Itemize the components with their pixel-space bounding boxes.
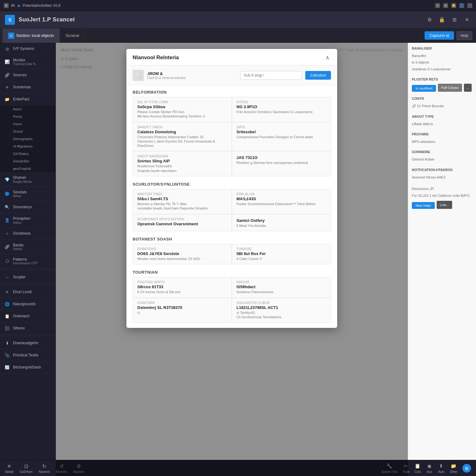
auto-icon: ⬆ <box>438 463 445 469</box>
sfsam-value: Sf&o.l Sam¢l.TS <box>137 196 227 201</box>
history-bottom-button[interactable]: ↻ Nooront <box>39 463 50 474</box>
new-intpr-button[interactable]: New Inttpr <box>412 202 435 209</box>
sidebar-item-snounterys[interactable]: 🔍 Snounterys <box>0 201 55 213</box>
tab-section-local[interactable]: ≡ Section: local objects <box>2 29 60 43</box>
lock-icon[interactable]: 🔒 <box>438 15 446 24</box>
sidebar-item-monitor[interactable]: 📊 Monitor Tracking Data % <box>0 55 55 69</box>
l1821-value: L1821L237IMSL ACT1 <box>236 305 326 310</box>
section-scurlotor-title: Scurlotor/Synluntose <box>133 178 331 189</box>
auto-button[interactable]: ⬆ Auto <box>438 463 445 474</box>
banaliser-item-2: to it objects <box>412 59 472 66</box>
history-bottom-icon: ↻ <box>41 463 48 469</box>
cors-button[interactable]: 📋 Cors <box>414 463 421 474</box>
sidebar-item-downloadgkhn[interactable]: ⬇ DownloadgkHn <box>0 337 55 349</box>
right-panel-gonnidbe: Gonnidbe Girtnost Actber <box>412 150 472 163</box>
sidebar-item-patterns[interactable]: ⬡ Patterns transmission CFP <box>0 254 55 268</box>
contr-count: 🔗 51 Prlont Bsocats <box>412 103 472 109</box>
giontiseas-label: Giontiseas <box>13 231 31 236</box>
proraphen-sub: dobun <box>13 221 30 224</box>
sub-giustatus[interactable]: GIUStatus <box>0 150 55 157</box>
section-botanest-grid: Durations DO6S J&YE8 Serslote Wostse nos… <box>133 244 331 264</box>
sub-users[interactable]: Users <box>0 120 55 128</box>
sumtemas-label: Sumtemas <box>13 85 31 89</box>
grid-item-calatess: Sardict Omesi Calatess Domoloing Chronic… <box>133 122 231 151</box>
aus-button[interactable]: ◉ Aus <box>426 463 433 474</box>
menu-icon[interactable]: ⋯ <box>467 3 472 8</box>
minimize-icon[interactable]: ⊟ <box>435 3 440 8</box>
s8rcos-label: Pinoting Wirth <box>137 280 227 284</box>
active-circle-button[interactable]: ⊞ <box>462 464 471 473</box>
sidebar-item-ehurl-linolt[interactable]: ≡ Ehurl Linolt <box>0 286 55 298</box>
section-belformation-title: Belformation <box>133 86 331 97</box>
modal-header: Nlanvool Relnteria ∧ <box>126 49 337 65</box>
aus-label: Aus <box>427 470 432 474</box>
settings-icon[interactable]: ⚙ <box>425 15 434 24</box>
sub-sassticbol[interactable]: SassticBol <box>0 157 55 165</box>
sidebar-item-bands[interactable]: 🔗 Bands Switch <box>0 240 55 254</box>
modal-close-button[interactable]: ∧ <box>324 54 331 61</box>
sidebar-item-entrepact[interactable]: 📁 EnterPact <box>0 93 55 105</box>
user-icon[interactable]: 👤 <box>459 3 464 8</box>
grid-item-is59: Ninour IS59hdact Solutions Patonsortunes <box>232 277 331 297</box>
right-panel-provnre: Provnre MPS artisedurs <box>412 132 472 145</box>
sidebar-item-scupler[interactable]: ← Scupler <box>0 271 55 283</box>
grid-icon[interactable]: ⊞ <box>450 15 459 24</box>
sub-geographid[interactable]: geoGraphid <box>0 165 55 172</box>
scubponist-label: Scubponist Hfuts Edition <box>137 218 227 221</box>
sub-migrations[interactable]: of Migrations <box>0 143 55 150</box>
sub-demograph[interactable]: Demographs <box>0 135 55 143</box>
cors-label: Cors <box>414 470 421 474</box>
snounterys-icon: 🔍 <box>4 204 10 210</box>
sidebar-item-bitchangols[interactable]: 🔄 BitchangolsDash <box>0 361 55 373</box>
sidebar-item-shamet[interactable]: 💎 Shamet Roigity Ments <box>0 172 55 187</box>
5bi-label: Tunasse <box>236 247 326 251</box>
mail-label: Erri allva <box>236 192 326 196</box>
modal-title: Nlanvool Relnteria <box>133 55 179 61</box>
samicl-value: Samicl Ostfery <box>236 218 326 223</box>
sritesobe-sub: Crimpersionne Ponvofion Sirmgsio to Ctrm… <box>236 135 326 139</box>
other-label: Other <box>450 470 457 474</box>
help-button[interactable]: Help <box>456 31 472 40</box>
copy-bottom-icon: ⊡ <box>23 463 29 469</box>
modal-search-button[interactable]: Calcubon <box>305 71 331 80</box>
is59-label: Ninour <box>236 280 326 284</box>
paff-button[interactable]: Paff Ctbslor <box>438 84 462 92</box>
scupler-icon: ← <box>4 274 10 280</box>
sidebar-item-sources[interactable]: 🔗 Sources <box>0 69 55 81</box>
close-bottom-button[interactable]: ✕ bdolaf <box>5 463 13 474</box>
s8rcos-value: S8rcos 81T33 <box>137 284 227 289</box>
capturam-button[interactable]: Capturm id <box>425 31 454 40</box>
maximize-icon[interactable]: ⊞ <box>443 3 448 8</box>
sidebar-item-proraphen[interactable]: 👤 Proraphen dobun <box>0 213 55 227</box>
5bi-sub: 4 Cater Creom V <box>236 257 326 261</box>
other-button[interactable]: 📁 Other <box>450 463 457 474</box>
sidebar-item-ivp-systems[interactable]: ◎ IVP Systems <box>0 43 55 55</box>
snirteo-label: Grevt Ransdorm <box>137 155 227 158</box>
close-app-icon[interactable]: ✕ <box>462 15 471 24</box>
lots-button[interactable]: Lots... <box>437 201 452 209</box>
sidebar-item-giontiseas[interactable]: ○ Giontiseas <box>0 228 55 240</box>
sidebar-item-sumtemas[interactable]: ≡ Sumtemas <box>0 81 55 93</box>
sidebar-item-naturgrounds[interactable]: 🌐 Naturgrounds <box>0 298 55 310</box>
tab-scneral[interactable]: Scneral <box>60 29 85 43</box>
sritesobe-label: Sipis <box>236 126 326 129</box>
sub-asnct[interactable]: Asnct <box>0 105 55 113</box>
sidebar-item-onleviach[interactable]: 📋 Onleviach <box>0 310 55 322</box>
aus-icon: ◉ <box>426 463 433 469</box>
copy-bottom-button[interactable]: ⊡ GoDHom <box>20 463 33 474</box>
bell-icon[interactable]: 🔔 <box>451 3 456 8</box>
sub-orssel[interactable]: Orssel <box>0 128 55 135</box>
sub-penia[interactable]: PenIa <box>0 113 55 120</box>
banaliser-item-1: Bansoffct <box>412 53 472 59</box>
sidebar-item-stheno[interactable]: ⬛ Stheno <box>0 322 55 334</box>
monitor-sub: Tracking Data % <box>13 62 36 66</box>
sacpa-sub: Please Contab Stinber PD HoriMit Itero A… <box>137 110 227 119</box>
insoutforel-button[interactable]: In soutforel <box>412 85 436 92</box>
sidebar-item-siredats[interactable]: 🔵 Siredats bilhas <box>0 187 55 201</box>
close-bottom-icon: ✕ <box>6 463 13 469</box>
sidebar-item-priortical[interactable]: 📎 Priortical Testia <box>0 349 55 361</box>
extra-button[interactable]: ... <box>464 84 472 92</box>
grid-item-snirteo: Grevt Ransdorm Snirteo Sling AlP Riosfer… <box>133 152 231 176</box>
modal-search-input[interactable] <box>240 71 302 80</box>
right-panel-bottom: Renesciors JP For GLUGI 1 etc Calderon o… <box>412 186 472 209</box>
